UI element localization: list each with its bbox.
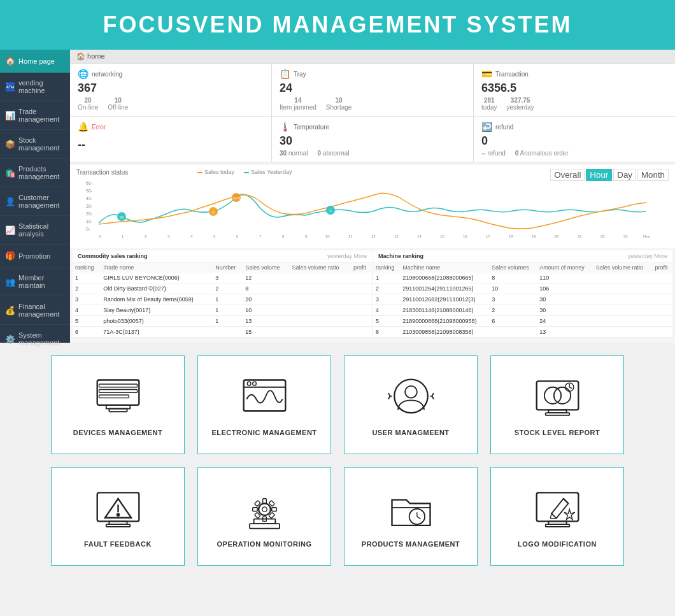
sidebar-item-products[interactable]: 🛍️ Products management <box>0 159 70 187</box>
sidebar-item-home[interactable]: 🏠 Home page <box>0 50 70 73</box>
electronic-management-icon <box>239 374 290 425</box>
panel-products-management[interactable]: PRODUCTS MANAGEMENT <box>344 467 478 566</box>
devices-management-label: DEVICES MANAGEMENT <box>73 429 162 436</box>
header: FOCUSVEND MANAGEMENT SYSTEM <box>0 0 675 50</box>
svg-rect-43 <box>99 384 137 387</box>
chart-svg: 60- 50- 40- 30- 20- 10- 0- 0 1 2 3 4 5 6… <box>76 178 669 242</box>
devices-svg <box>94 375 142 423</box>
tray-icon: 📋 <box>280 69 290 79</box>
sidebar-label-products: Products management <box>18 165 65 180</box>
operation-monitoring-label: OPERATION MONITORING <box>217 540 312 548</box>
chart-btn-day[interactable]: Day <box>613 169 636 181</box>
commodity-table-header-row: ranking Trade name Number Sales volume S… <box>73 262 372 273</box>
table-row: 1GIRLS LUV BEYONCE(0006)312 <box>73 273 372 283</box>
sidebar-label-financial: Financal management <box>18 303 65 318</box>
sidebar-item-system[interactable]: ⚙️ System management <box>0 325 70 354</box>
products-management-icon <box>385 485 436 536</box>
svg-text:15: 15 <box>440 234 444 238</box>
svg-rect-45 <box>99 395 129 398</box>
svg-point-49 <box>252 382 256 385</box>
stats-row-2: 🔔 Error -- 🌡️ Temperature 30 30 normal 0… <box>70 117 675 162</box>
svg-rect-44 <box>99 390 137 393</box>
chart-btn-overall[interactable]: Overall <box>550 169 585 181</box>
sidebar-item-statistical[interactable]: 📈 Statistical analysis <box>0 216 70 245</box>
user-management-label: USER MANAGMEENT <box>372 429 449 436</box>
sidebar-item-customer[interactable]: 👤 Customer management <box>0 187 70 216</box>
table-row: 3Random Mix of Beauty Items(0059)120 <box>73 294 372 305</box>
customer-icon: 👤 <box>5 197 15 206</box>
table-row: 5photo033(0057)113 <box>73 316 372 327</box>
svg-line-84 <box>563 499 568 504</box>
panel-stock-level-report[interactable]: STOCK LEVEL REPORT <box>490 355 624 454</box>
sidebar-label-statistical: Statistical analysis <box>18 222 65 238</box>
products-management-label: PRODUCTS MANAGEMENT <box>362 540 460 548</box>
svg-text:2: 2 <box>145 234 147 238</box>
fault-svg <box>94 487 142 534</box>
sidebar-label-stock: Stock management <box>18 136 65 152</box>
svg-text:0: 0 <box>99 234 101 238</box>
app-title: FOCUSVEND MANAGEMENT SYSTEM <box>0 11 675 38</box>
machine-data-table: ranking Machine name Sales volumes Amoun… <box>373 262 672 338</box>
vending-icon: 🏧 <box>5 82 15 92</box>
table-row: 22911001264(29111001265)10106 <box>373 283 672 294</box>
stock-level-report-icon <box>532 374 583 425</box>
machine-table-meta[interactable]: yesterday More <box>628 253 667 259</box>
panels-row-1: DEVICES MANAGEMENT ELECTRONIC MANAGEMENT <box>25 355 650 454</box>
panel-user-management[interactable]: USER MANAGMEENT <box>344 355 478 454</box>
sidebar-item-vending[interactable]: 🏧 vending machine <box>0 73 70 101</box>
svg-point-65 <box>259 503 271 515</box>
breadcrumb: 🏠 home <box>70 50 675 64</box>
stat-refund: ↩️ refund 0 -- refund 0 Anomalous order <box>474 117 675 162</box>
electronic-svg <box>241 375 288 423</box>
panel-logo-modification[interactable]: LOGO MODIFICATION <box>490 467 624 566</box>
chart-area: Transaction status Sales today Sales Yes… <box>70 165 675 248</box>
commodity-table-body: 1GIRLS LUV BEYONCE(0006)3122Old Dirty Ba… <box>73 273 372 338</box>
fault-feedback-icon <box>92 485 143 536</box>
svg-text:23: 23 <box>623 234 628 238</box>
machine-table-header-row: ranking Machine name Sales volumes Amoun… <box>373 262 672 273</box>
svg-text:3: 3 <box>167 234 170 238</box>
sidebar-item-trade[interactable]: 📊 Trade management <box>0 101 70 130</box>
panel-operation-monitoring[interactable]: OPERATION MONITORING <box>197 467 331 566</box>
chart-btn-month[interactable]: Month <box>637 169 669 181</box>
sidebar-item-financial[interactable]: 💰 Financal management <box>0 296 70 325</box>
chart-visualization: 60- 50- 40- 30- 20- 10- 0- 0 1 2 3 4 5 6… <box>76 178 669 239</box>
svg-text:1: 1 <box>122 234 124 238</box>
sidebar-item-member[interactable]: 👥 Member maintain <box>0 268 70 296</box>
svg-line-59 <box>569 387 572 389</box>
svg-point-55 <box>544 387 560 404</box>
svg-text:5: 5 <box>213 234 216 238</box>
refund-icon: ↩️ <box>481 122 492 132</box>
sidebar-label-home: Home page <box>18 57 55 65</box>
svg-rect-54 <box>545 413 569 415</box>
temperature-icon: 🌡️ <box>280 122 290 132</box>
svg-text:20: 20 <box>555 234 559 238</box>
stock-icon: 📦 <box>5 140 15 149</box>
machine-table-title: Machine ranking <box>378 253 423 259</box>
sidebar-item-stock[interactable]: 📦 Stock management <box>0 130 70 159</box>
panel-electronic-management[interactable]: ELECTRONIC MANAGEMENT <box>197 355 331 454</box>
sidebar-label-promotion: Promotion <box>18 252 50 260</box>
fault-feedback-label: FAULT FEEDBACK <box>84 540 152 548</box>
svg-text:16: 16 <box>463 234 467 238</box>
svg-text:13: 13 <box>394 234 399 238</box>
table-row: 329110012682(291110012(3)330 <box>373 294 672 305</box>
svg-text:30-: 30- <box>86 204 93 208</box>
chart-btn-hour[interactable]: Hour <box>586 169 612 181</box>
svg-text:11: 11 <box>348 234 353 238</box>
svg-rect-42 <box>109 409 127 412</box>
panel-fault-feedback[interactable]: FAULT FEEDBACK <box>51 467 185 566</box>
system-icon: ⚙️ <box>5 334 15 344</box>
svg-line-85 <box>550 513 551 519</box>
table-row: 521890000868(21098000958)624 <box>373 316 672 327</box>
financial-icon: 💰 <box>5 306 15 315</box>
stock-svg <box>534 375 581 423</box>
member-icon: 👥 <box>5 277 15 287</box>
networking-icon: 🌐 <box>78 69 89 79</box>
commodity-table-meta[interactable]: yesterday More <box>327 253 367 259</box>
table-row: 2Old Dirty Bastard ©(027)28 <box>73 283 372 294</box>
panel-devices-management[interactable]: DEVICES MANAGEMENT <box>51 355 185 454</box>
svg-text:0-: 0- <box>86 227 90 231</box>
logo-modification-label: LOGO MODIFICATION <box>518 540 597 548</box>
sidebar-item-promotion[interactable]: 🎁 Promotion <box>0 245 70 268</box>
